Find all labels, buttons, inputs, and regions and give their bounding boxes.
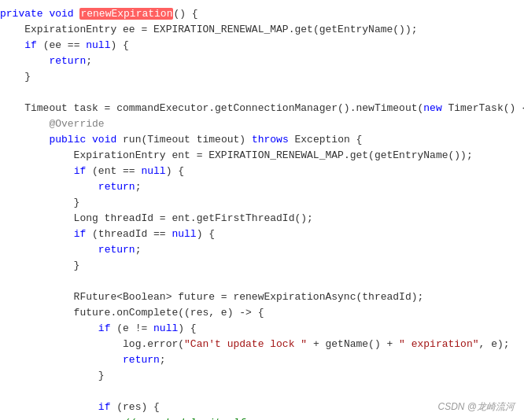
line-content: return;	[0, 53, 524, 69]
line-content: RFuture<Boolean> future = renewExpiratio…	[0, 289, 524, 305]
line-content: log.error("Can't update lock " + getName…	[0, 337, 524, 352]
code-line: ExpirationEntry ee = EXPIRATION_RENEWAL_…	[0, 22, 524, 38]
line-content: future.onComplete((res, e) -> {	[0, 305, 524, 321]
code-line: if (threadId == null) {	[0, 227, 524, 242]
line-content: if (e != null) {	[0, 321, 524, 337]
watermark: CSDN @龙崎流河	[437, 400, 515, 414]
line-content	[0, 274, 524, 289]
line-content: private void renewExpiration() {	[0, 6, 524, 22]
code-line: @Override	[0, 116, 524, 132]
code-line: Timeout task = commandExecutor.getConnec…	[0, 101, 524, 116]
code-line: }	[0, 368, 524, 384]
line-content: }	[0, 69, 524, 85]
code-line: if (e != null) {	[0, 321, 524, 337]
code-line: if (ee == null) {	[0, 38, 524, 53]
code-container: private void renewExpiration() { Expirat…	[0, 0, 524, 420]
code-line: return;	[0, 179, 524, 195]
line-content: // reschedule itself	[0, 415, 524, 420]
line-content: public void run(Timeout timeout) throws …	[0, 132, 524, 148]
code-line: return;	[0, 352, 524, 368]
line-content	[0, 85, 524, 101]
line-content: ExpirationEntry ent = EXPIRATION_RENEWAL…	[0, 148, 524, 164]
line-content: return;	[0, 352, 524, 368]
code-line: }	[0, 69, 524, 85]
code-line	[0, 384, 524, 400]
line-content: @Override	[0, 116, 524, 132]
line-content: Timeout task = commandExecutor.getConnec…	[0, 101, 524, 116]
code-line: return;	[0, 242, 524, 258]
code-line: log.error("Can't update lock " + getName…	[0, 337, 524, 352]
code-line: private void renewExpiration() {	[0, 6, 524, 22]
code-line: Long threadId = ent.getFirstThreadId();	[0, 211, 524, 227]
line-content	[0, 384, 524, 400]
code-line: }	[0, 195, 524, 211]
code-line: }	[0, 258, 524, 274]
code-line: if (ent == null) {	[0, 164, 524, 179]
line-content: }	[0, 368, 524, 384]
code-line: // reschedule itself	[0, 415, 524, 420]
line-content: Long threadId = ent.getFirstThreadId();	[0, 211, 524, 227]
code-line	[0, 85, 524, 101]
code-line: return;	[0, 53, 524, 69]
line-content: if (ent == null) {	[0, 164, 524, 179]
line-content: if (threadId == null) {	[0, 227, 524, 242]
line-content: ExpirationEntry ee = EXPIRATION_RENEWAL_…	[0, 22, 524, 38]
line-content: if (ee == null) {	[0, 38, 524, 53]
line-content: return;	[0, 179, 524, 195]
line-content: }	[0, 195, 524, 211]
code-line: RFuture<Boolean> future = renewExpiratio…	[0, 289, 524, 305]
code-line	[0, 274, 524, 289]
code-line: public void run(Timeout timeout) throws …	[0, 132, 524, 148]
line-content: }	[0, 258, 524, 274]
line-content: return;	[0, 242, 524, 258]
code-line: ExpirationEntry ent = EXPIRATION_RENEWAL…	[0, 148, 524, 164]
code-line: future.onComplete((res, e) -> {	[0, 305, 524, 321]
